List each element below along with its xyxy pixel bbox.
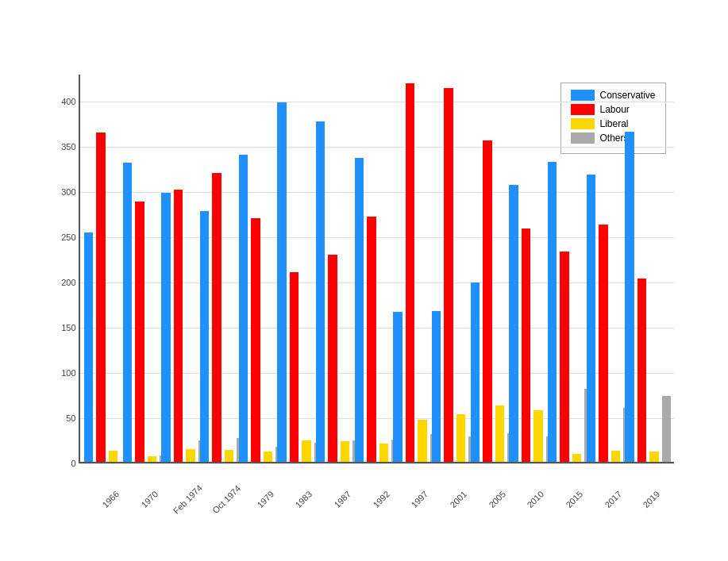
bar-lab-2019	[637, 279, 647, 461]
bar-lab-1966	[96, 133, 106, 462]
y-tick-label: 400	[48, 97, 76, 106]
x-tick-label-2001: 2001	[448, 489, 468, 509]
bar-lib-2017	[611, 451, 621, 462]
legend-color-others	[571, 133, 595, 144]
bar-con-1966	[84, 232, 94, 461]
bar-lab-Oct1974	[212, 173, 221, 462]
bar-con-Feb1974	[161, 193, 171, 461]
y-tick-label: 0	[48, 459, 76, 468]
legend-color-conservative	[571, 90, 595, 101]
x-tick-label-Oct1974: Oct 1974	[210, 483, 242, 515]
legend-label-others: Others	[599, 133, 628, 144]
y-tick-label: 250	[48, 232, 76, 242]
x-tick-label-2019: 2019	[641, 489, 661, 509]
bar-lib-2015	[572, 454, 582, 461]
y-tick-label: 300	[48, 187, 76, 197]
bar-lib-2005	[495, 405, 505, 462]
legend-label-labour: Labour	[599, 104, 629, 115]
bar-lib-1979	[264, 451, 273, 462]
chart-area: ConservativeLabourLiberalOthers 05010015…	[79, 75, 674, 463]
bar-lab-1992	[367, 217, 376, 462]
bar-lib-1970	[148, 456, 157, 462]
x-tick-label-1997: 1997	[409, 489, 429, 509]
y-gridline	[80, 147, 674, 148]
x-tick-label-2017: 2017	[603, 489, 623, 509]
legend-item-liberal: Liberal	[571, 118, 655, 129]
bar-con-2005	[471, 282, 480, 462]
bar-lib-1997	[418, 420, 427, 461]
bar-con-1987	[316, 121, 325, 461]
bar-lab-1970	[135, 202, 144, 461]
y-tick-label: 150	[48, 323, 76, 332]
legend-label-liberal: Liberal	[599, 118, 628, 129]
x-tick-label-1992: 1992	[371, 489, 391, 509]
x-tick-label-1983: 1983	[293, 489, 314, 509]
bar-group-2019	[625, 132, 671, 462]
bar-lab-2015	[560, 252, 569, 461]
y-tick-label: 50	[48, 413, 76, 423]
bar-lib-1983	[302, 440, 311, 461]
bar-lib-2010	[533, 410, 543, 462]
bar-con-2017	[587, 175, 596, 461]
y-gridline	[80, 102, 674, 102]
bar-lab-1997	[406, 83, 415, 461]
bar-con-2015	[548, 162, 557, 461]
x-tick-label-1979: 1979	[255, 489, 275, 509]
bar-con-2001	[432, 311, 441, 461]
bar-lab-2001	[444, 88, 453, 462]
x-tick-label-1966: 1966	[100, 489, 121, 509]
y-tick-label: 350	[48, 142, 76, 152]
legend-color-liberal	[571, 118, 595, 129]
legend-label-conservative: Conservative	[599, 90, 655, 101]
bar-lab-1987	[328, 255, 337, 462]
bar-oth-2019	[662, 396, 672, 461]
bar-lab-2017	[599, 225, 608, 462]
x-tick-label-2010: 2010	[525, 489, 545, 509]
bar-con-2019	[625, 132, 634, 462]
bar-con-1992	[355, 158, 364, 462]
legend-item-labour: Labour	[571, 104, 655, 115]
y-gridline	[80, 463, 674, 464]
x-tick-label-Feb1974: Feb 1974	[171, 482, 204, 515]
bar-con-Oct1974	[200, 211, 210, 462]
bar-con-1983	[277, 102, 287, 461]
y-tick-label: 100	[48, 368, 76, 378]
bar-lib-Oct1974	[225, 450, 234, 462]
bar-lib-1966	[109, 451, 118, 462]
bar-lab-2005	[483, 140, 492, 462]
x-tick-label-2005: 2005	[487, 489, 507, 509]
bar-con-1997	[393, 312, 403, 461]
bar-lab-2010	[522, 229, 531, 462]
y-tick-label: 200	[48, 278, 76, 287]
legend-color-labour	[571, 104, 595, 115]
x-tick-label-2015: 2015	[564, 489, 584, 509]
legend-item-conservative: Conservative	[571, 90, 655, 101]
bar-lab-1983	[290, 272, 299, 461]
bar-lib-2019	[649, 451, 659, 462]
x-tick-label-1970: 1970	[139, 489, 160, 509]
bar-lib-Feb1974	[186, 449, 195, 462]
bar-con-2010	[509, 185, 518, 462]
bar-lab-Feb1974	[174, 190, 183, 462]
bar-con-1979	[239, 155, 248, 461]
chart-container: ConservativeLabourLiberalOthers 05010015…	[23, 27, 706, 535]
bar-lib-1987	[341, 441, 350, 461]
bar-con-1970	[123, 163, 133, 461]
bar-lab-1979	[251, 218, 260, 462]
bar-lib-2001	[456, 414, 466, 461]
x-tick-label-1987: 1987	[332, 489, 352, 509]
bar-lib-1992	[379, 444, 389, 462]
